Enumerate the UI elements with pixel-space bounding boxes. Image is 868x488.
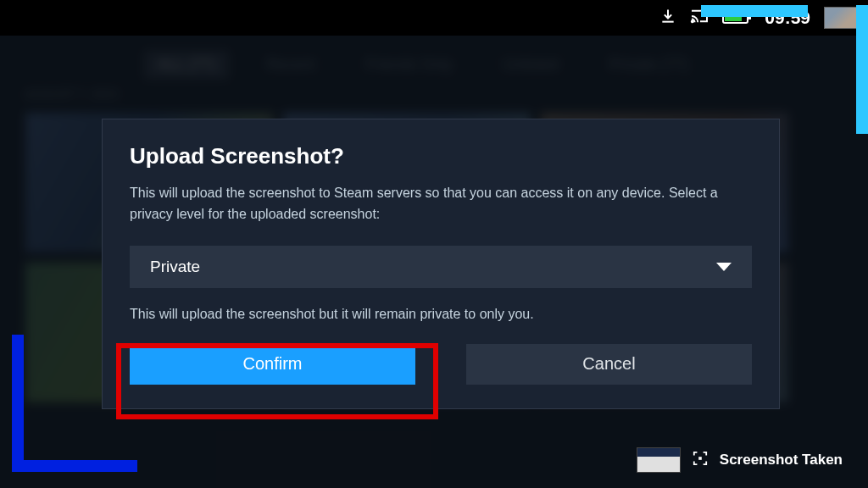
download-icon[interactable] xyxy=(659,8,676,28)
privacy-note: This will upload the screenshot but it w… xyxy=(130,307,752,322)
screenshot-toast: Screenshot Taken xyxy=(637,447,843,473)
svg-rect-2 xyxy=(725,11,742,21)
cast-icon[interactable] xyxy=(690,8,709,27)
svg-rect-3 xyxy=(748,13,751,19)
svg-rect-4 xyxy=(698,457,702,460)
status-bar: 09:59 xyxy=(0,0,868,36)
fullscreen-capture-icon xyxy=(693,451,708,469)
battery-icon xyxy=(722,8,751,27)
svg-point-0 xyxy=(692,20,693,22)
dialog-button-row: Confirm Cancel xyxy=(130,344,752,385)
toast-text: Screenshot Taken xyxy=(720,452,843,469)
privacy-dropdown[interactable]: Private xyxy=(130,246,752,288)
notification-thumbnail[interactable] xyxy=(824,7,858,29)
upload-screenshot-dialog: Upload Screenshot? This will upload the … xyxy=(102,119,780,409)
dialog-title: Upload Screenshot? xyxy=(130,143,752,169)
confirm-button[interactable]: Confirm xyxy=(130,344,415,385)
clock: 09:59 xyxy=(765,8,810,28)
cancel-button[interactable]: Cancel xyxy=(466,344,752,385)
chevron-down-icon xyxy=(716,263,732,271)
privacy-dropdown-value: Private xyxy=(150,258,200,276)
dialog-description: This will upload the screenshot to Steam… xyxy=(130,183,752,225)
toast-thumbnail xyxy=(637,447,681,473)
